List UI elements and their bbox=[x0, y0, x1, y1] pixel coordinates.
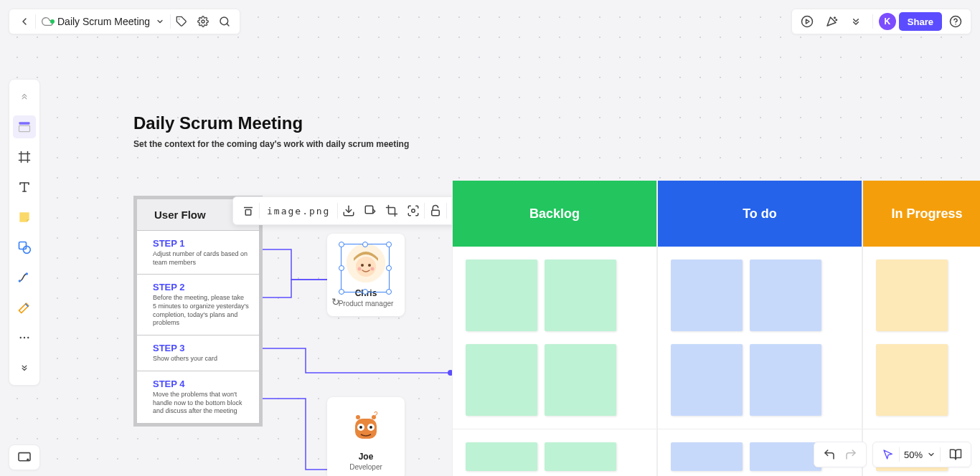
svg-point-23 bbox=[20, 337, 22, 338]
person-role: Product manager bbox=[334, 300, 397, 308]
kanban-column-backlog[interactable]: Backlog bbox=[452, 181, 657, 476]
download-button[interactable] bbox=[338, 200, 359, 222]
svg-marker-6 bbox=[806, 19, 809, 24]
person-name: Chris bbox=[334, 288, 397, 298]
kanban-card[interactable] bbox=[750, 260, 821, 331]
kanban-card[interactable] bbox=[671, 260, 743, 331]
chevron-down-icon[interactable] bbox=[927, 450, 936, 459]
history-group bbox=[814, 442, 867, 467]
chevron-down-icon bbox=[156, 17, 164, 26]
search-button[interactable] bbox=[214, 11, 235, 32]
back-button[interactable] bbox=[14, 11, 35, 32]
collapse-tool[interactable] bbox=[13, 85, 36, 108]
undo-button[interactable] bbox=[819, 444, 840, 465]
svg-point-40 bbox=[356, 415, 360, 419]
kanban-board[interactable]: Backlog To do bbox=[452, 181, 980, 476]
expand-tool[interactable] bbox=[13, 356, 36, 379]
person-avatar[interactable]: ? bbox=[347, 407, 385, 446]
userflow-step[interactable]: STEP 2 Before the meeting, please take 5… bbox=[137, 275, 259, 335]
pen-icon bbox=[17, 300, 32, 315]
person-card-chris[interactable]: Chris Product manager bbox=[327, 234, 405, 316]
userflow-block[interactable]: User Flow STEP 1 Adjust number of cards … bbox=[133, 196, 263, 427]
context-filename: image.png bbox=[260, 206, 337, 216]
gear-icon bbox=[197, 16, 209, 27]
canvas-title[interactable]: Daily Scrum Meeting bbox=[133, 113, 303, 133]
kanban-column-inprogress[interactable]: In Progress bbox=[862, 181, 980, 476]
document-title-section[interactable]: Daily Scrum Meeting bbox=[36, 9, 170, 34]
kanban-card[interactable] bbox=[876, 344, 948, 416]
document-title: Daily Scrum Meeting bbox=[57, 16, 150, 27]
more-tools[interactable] bbox=[13, 326, 36, 349]
svg-point-22 bbox=[26, 272, 28, 275]
kanban-column-todo[interactable]: To do bbox=[657, 181, 862, 476]
person-card-joe[interactable]: ? Joe Developer bbox=[327, 397, 405, 476]
step-desc: Adjust number of cards based on team mem… bbox=[153, 250, 249, 267]
connector-tool[interactable] bbox=[13, 266, 36, 289]
kanban-card[interactable] bbox=[545, 344, 616, 416]
person-avatar[interactable] bbox=[347, 244, 385, 282]
step-label: STEP 3 bbox=[153, 343, 249, 353]
redo-icon bbox=[844, 448, 857, 461]
connector-icon bbox=[17, 270, 32, 285]
search-icon bbox=[219, 16, 230, 27]
redo-button[interactable] bbox=[840, 444, 862, 465]
pointer-mode-button[interactable] bbox=[877, 444, 899, 465]
tag-icon bbox=[176, 16, 187, 27]
svg-rect-46 bbox=[366, 206, 374, 214]
present-button[interactable] bbox=[796, 11, 818, 32]
outline-button[interactable] bbox=[945, 444, 966, 465]
svg-point-31 bbox=[361, 264, 364, 267]
minimap-button[interactable] bbox=[9, 444, 40, 470]
help-button[interactable] bbox=[945, 11, 966, 32]
replace-image-button[interactable] bbox=[359, 200, 381, 222]
focus-button[interactable] bbox=[402, 200, 424, 222]
pen-tool[interactable] bbox=[13, 296, 36, 319]
confetti-icon bbox=[825, 15, 838, 28]
kanban-card[interactable] bbox=[876, 260, 948, 331]
sync-dot-icon bbox=[50, 19, 55, 24]
settings-button[interactable] bbox=[192, 11, 214, 32]
chevrons-down-icon bbox=[19, 363, 29, 373]
kanban-card[interactable] bbox=[545, 442, 616, 471]
focus-icon bbox=[407, 204, 420, 217]
shape-tool[interactable] bbox=[13, 236, 36, 259]
person-role: Developer bbox=[334, 463, 397, 471]
kanban-card[interactable] bbox=[671, 442, 743, 471]
user-avatar[interactable]: K bbox=[879, 13, 896, 30]
zoom-level[interactable]: 50% bbox=[900, 449, 927, 460]
kanban-card[interactable] bbox=[466, 442, 537, 471]
more-menu-button[interactable] bbox=[845, 11, 867, 32]
svg-point-2 bbox=[202, 20, 204, 23]
kanban-card[interactable] bbox=[750, 442, 821, 471]
svg-point-32 bbox=[368, 264, 371, 267]
tag-button[interactable] bbox=[171, 11, 192, 32]
canvas-subtitle[interactable]: Set the context for the coming day's wor… bbox=[133, 139, 409, 149]
share-button[interactable]: Share bbox=[899, 12, 942, 31]
download-icon bbox=[342, 204, 355, 217]
svg-point-47 bbox=[412, 209, 415, 213]
kanban-card[interactable] bbox=[671, 344, 743, 416]
lock-button[interactable] bbox=[425, 200, 446, 222]
text-icon bbox=[18, 181, 31, 194]
svg-point-38 bbox=[359, 426, 362, 429]
kanban-header: Backlog bbox=[453, 181, 656, 247]
crop-button[interactable] bbox=[381, 200, 402, 222]
userflow-step[interactable]: STEP 4 Move the problems that won't hand… bbox=[137, 371, 259, 423]
kanban-card[interactable] bbox=[466, 344, 537, 416]
text-tool[interactable] bbox=[13, 176, 36, 199]
sticky-note-tool[interactable] bbox=[13, 206, 36, 229]
kanban-card[interactable] bbox=[545, 260, 616, 331]
shape-icon bbox=[17, 240, 32, 254]
svg-rect-19 bbox=[19, 242, 27, 249]
align-button[interactable] bbox=[237, 200, 259, 222]
frame-tool[interactable] bbox=[13, 146, 36, 168]
svg-rect-12 bbox=[19, 125, 30, 131]
template-tool[interactable] bbox=[13, 115, 36, 138]
kanban-card[interactable] bbox=[750, 344, 821, 416]
kanban-card[interactable] bbox=[466, 260, 537, 331]
userflow-step[interactable]: STEP 3 Show others your card bbox=[137, 335, 259, 371]
step-desc: Show others your card bbox=[153, 355, 249, 363]
userflow-step[interactable]: STEP 1 Adjust number of cards based on t… bbox=[137, 231, 259, 275]
template-icon bbox=[17, 120, 32, 134]
reactions-button[interactable] bbox=[821, 11, 842, 32]
